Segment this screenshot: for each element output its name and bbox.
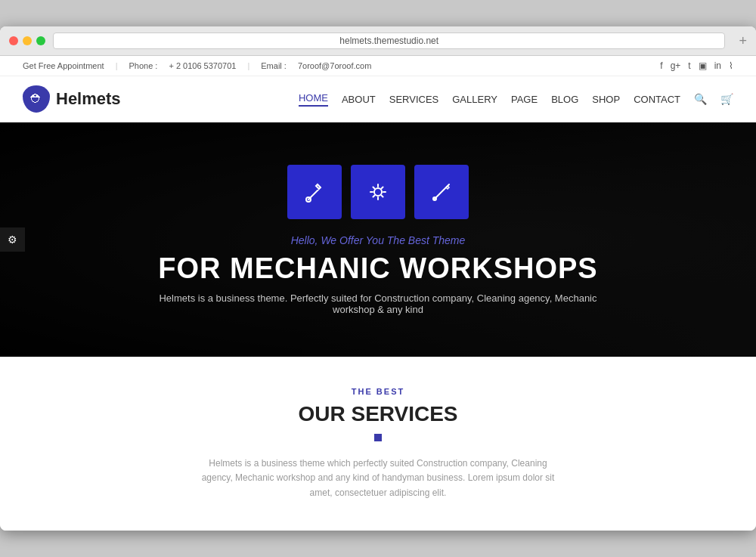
nav-about[interactable]: ABOUT <box>342 94 376 105</box>
dot-yellow[interactable] <box>23 36 32 45</box>
browser-titlebar: helmets.themestudio.net + <box>0 26 756 56</box>
hero-icon-gear <box>351 165 405 219</box>
nav-shop[interactable]: SHOP <box>592 94 620 105</box>
nav-blog[interactable]: BLOG <box>551 94 578 105</box>
dot-red[interactable] <box>9 36 18 45</box>
nav-page[interactable]: PAGE <box>511 94 538 105</box>
nav-gallery[interactable]: GALLERY <box>452 94 497 105</box>
phone-label: Phone : <box>129 61 157 70</box>
twitter-icon[interactable]: t <box>688 60 690 71</box>
hero-icons-row <box>287 165 469 219</box>
logo-text: Helmets <box>56 89 121 109</box>
hero-title: FOR MECHANIC WORKSHOPS <box>158 252 597 285</box>
browser-window: helmets.themestudio.net + Get Free Appoi… <box>0 26 756 531</box>
hero-subtitle: Hello, We Offer You The Best Theme <box>291 234 466 246</box>
top-bar: Get Free Appointment | Phone : + 2 0106 … <box>0 56 756 76</box>
hero-icon-screwdriver <box>414 165 469 219</box>
dot-green[interactable] <box>36 36 45 45</box>
header: ⛑ Helmets HOME ABOUT SERVICES GALLERY PA… <box>0 76 756 122</box>
services-divider <box>374 434 382 441</box>
linkedin-icon[interactable]: in <box>714 60 721 71</box>
main-nav: HOME ABOUT SERVICES GALLERY PAGE BLOG SH… <box>299 92 733 107</box>
search-icon[interactable]: 🔍 <box>694 93 707 105</box>
nav-services[interactable]: SERVICES <box>389 94 439 105</box>
cart-icon[interactable]: 🛒 <box>720 93 733 105</box>
appointment-link[interactable]: Get Free Appointment <box>23 61 104 70</box>
email-label: Email : <box>261 61 287 70</box>
hero-description: Helmets is a business theme. Perfectly s… <box>151 292 605 315</box>
address-bar[interactable]: helmets.themestudio.net <box>53 32 725 49</box>
hero-section: ⚙ <box>0 122 756 357</box>
settings-button[interactable]: ⚙ <box>0 227 25 252</box>
hero-content: Hello, We Offer You The Best Theme FOR M… <box>151 165 605 315</box>
top-bar-socials: f g+ t ▣ in ⌇ <box>660 60 733 71</box>
email-value: 7oroof@7oroof.com <box>298 61 371 70</box>
rss-icon[interactable]: ⌇ <box>729 60 733 71</box>
nav-home[interactable]: HOME <box>299 92 328 107</box>
services-title: OUR SERVICES <box>23 402 733 426</box>
separator2: | <box>247 61 249 70</box>
logo-icon: ⛑ <box>23 85 50 113</box>
nav-contact[interactable]: CONTACT <box>634 94 680 105</box>
svg-point-1 <box>374 188 382 196</box>
hero-icon-wrench <box>287 165 342 219</box>
separator: | <box>116 61 118 70</box>
logo[interactable]: ⛑ Helmets <box>23 85 121 113</box>
facebook-icon[interactable]: f <box>660 60 662 71</box>
services-section: THE BEST OUR SERVICES Helmets is a busin… <box>0 357 756 531</box>
phone-value: + 2 0106 5370701 <box>169 61 236 70</box>
instagram-icon[interactable]: ▣ <box>699 60 707 71</box>
services-label: THE BEST <box>23 387 733 396</box>
new-tab-button[interactable]: + <box>739 33 747 49</box>
top-bar-left: Get Free Appointment | Phone : + 2 0106 … <box>23 61 371 70</box>
browser-dots <box>9 36 45 45</box>
googleplus-icon[interactable]: g+ <box>671 60 681 71</box>
services-description: Helmets is a business theme which perfec… <box>197 456 559 500</box>
